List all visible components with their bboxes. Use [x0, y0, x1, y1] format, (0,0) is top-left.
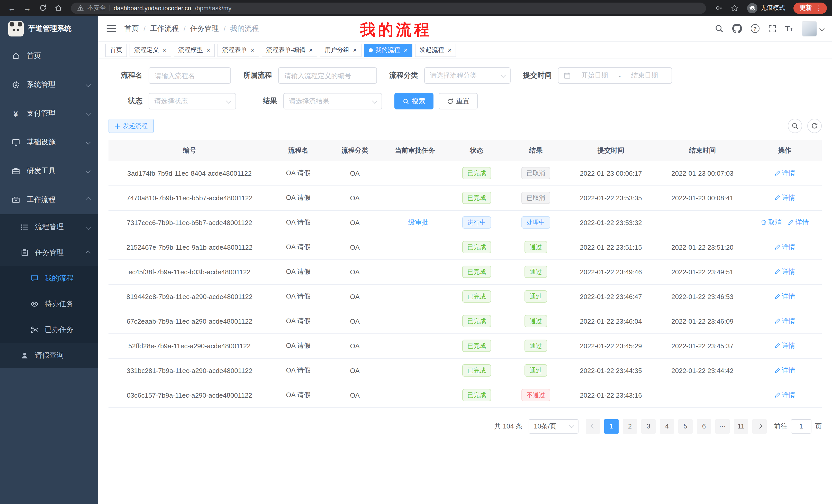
address-bar[interactable]: 不安全 dashboard.yudao.iocoder.cn/bpm/task/… — [71, 2, 706, 13]
page-button-1[interactable]: 1 — [604, 419, 619, 433]
cell-name: OA 请假 — [270, 309, 326, 333]
detail-link[interactable]: 详情 — [788, 218, 809, 227]
page-button-2[interactable]: 2 — [623, 419, 637, 433]
github-icon[interactable] — [732, 24, 742, 33]
col-header-end-time: 结束时间 — [657, 140, 748, 161]
status-select[interactable]: 请选择状态 — [149, 93, 236, 109]
cell-current-task — [384, 235, 446, 259]
detail-link[interactable]: 详情 — [774, 267, 795, 276]
close-icon[interactable]: × — [404, 47, 408, 53]
sidebar-item-infrastructure[interactable]: 基础设施 — [0, 128, 98, 157]
cell-category: OA — [326, 186, 384, 210]
browser-forward-icon[interactable]: → — [21, 1, 34, 15]
cell-category: OA — [326, 383, 384, 408]
detail-link[interactable]: 详情 — [774, 366, 795, 375]
detail-link[interactable]: 详情 — [774, 193, 795, 202]
tab-my-process[interactable]: 我的流程× — [364, 44, 412, 57]
reset-button[interactable]: 重置 — [439, 93, 478, 109]
bookmark-star-icon[interactable] — [728, 1, 741, 15]
avatar — [802, 21, 817, 36]
search-button[interactable]: 搜索 — [394, 93, 434, 109]
table-header: 编号 流程名 流程分类 当前审批任务 状态 结果 提交时间 结束时间 操作 — [108, 140, 822, 161]
sidebar-item-process-mgmt[interactable]: 流程管理 — [0, 214, 98, 240]
tab-process-definition[interactable]: 流程定义× — [130, 44, 171, 57]
page-button-6[interactable]: 6 — [697, 419, 711, 433]
search-icon[interactable] — [714, 24, 723, 33]
page-button-11[interactable]: 11 — [734, 419, 748, 433]
help-icon[interactable]: ? — [751, 24, 759, 33]
sidebar-item-done-tasks[interactable]: 已办任务 — [0, 317, 98, 343]
goto-page-input[interactable] — [791, 419, 811, 433]
detail-link[interactable]: 详情 — [774, 243, 795, 252]
goto-unit: 页 — [815, 422, 822, 431]
current-task-link[interactable]: 一级审批 — [401, 218, 428, 226]
detail-link[interactable]: 详情 — [774, 292, 795, 301]
prev-page-button[interactable] — [586, 419, 600, 433]
sidebar-item-my-process[interactable]: 我的流程 — [0, 265, 98, 291]
tab-home[interactable]: 首页 — [105, 44, 127, 57]
breadcrumb-workflow[interactable]: 工作流程 — [150, 24, 179, 33]
hamburger-icon[interactable] — [106, 25, 116, 32]
detail-link[interactable]: 详情 — [774, 341, 795, 351]
tab-process-form[interactable]: 流程表单× — [217, 44, 259, 57]
sidebar-item-label: 待办任务 — [45, 300, 74, 309]
browser-menu-icon[interactable]: ⋮ — [815, 4, 822, 12]
close-icon[interactable]: × — [206, 47, 210, 53]
breadcrumb-separator: / — [224, 24, 226, 33]
browser-reload-icon[interactable] — [36, 1, 49, 15]
result-badge: 通过 — [524, 315, 547, 327]
page-button-5[interactable]: 5 — [678, 419, 693, 433]
sidebar-item-todo-tasks[interactable]: 待办任务 — [0, 291, 98, 317]
next-page-button[interactable] — [752, 419, 767, 433]
start-process-button[interactable]: 发起流程 — [108, 119, 154, 133]
fullscreen-icon[interactable] — [768, 24, 776, 33]
close-icon[interactable]: × — [448, 47, 451, 53]
toggle-search-button[interactable] — [788, 119, 802, 133]
sidebar-item-task-mgmt[interactable]: 任务管理 — [0, 240, 98, 265]
sidebar-item-workflow[interactable]: 工作流程 — [0, 186, 98, 214]
sidebar-item-system[interactable]: 系统管理 — [0, 71, 98, 99]
process-name-input[interactable] — [149, 67, 231, 84]
page-button-3[interactable]: 3 — [641, 419, 656, 433]
status-badge: 已完成 — [462, 290, 491, 303]
cell-result: 通过 — [507, 309, 565, 333]
tab-process-model[interactable]: 流程模型× — [174, 44, 215, 57]
user-menu[interactable] — [802, 21, 824, 36]
password-key-icon[interactable] — [712, 1, 726, 15]
tab-user-group[interactable]: 用户分组× — [320, 44, 362, 57]
date-range-picker[interactable]: 开始日期 - 结束日期 — [558, 67, 672, 84]
font-size-icon[interactable]: TT — [785, 25, 793, 32]
tab-start-process[interactable]: 发起流程× — [415, 44, 456, 57]
breadcrumb-home[interactable]: 首页 — [125, 24, 139, 33]
page-button-4[interactable]: 4 — [660, 419, 674, 433]
result-select[interactable]: 请选择流结果 — [283, 93, 382, 109]
page-size-select[interactable]: 10条/页 — [529, 419, 578, 433]
refresh-button[interactable] — [807, 119, 822, 133]
browser-home-icon[interactable] — [51, 1, 65, 15]
sidebar-item-devtools[interactable]: 研发工具 — [0, 157, 98, 186]
detail-link[interactable]: 详情 — [774, 169, 795, 178]
breadcrumb-task-mgmt[interactable]: 任务管理 — [190, 24, 219, 33]
result-badge: 不通过 — [521, 389, 550, 401]
cancel-link[interactable]: 取消 — [760, 218, 782, 227]
result-badge: 通过 — [524, 364, 547, 376]
cell-current-task — [384, 284, 446, 309]
category-select[interactable]: 请选择流程分类 — [424, 67, 511, 84]
detail-link[interactable]: 详情 — [774, 390, 795, 400]
more-pages-button[interactable]: ··· — [715, 419, 730, 433]
close-icon[interactable]: × — [353, 47, 357, 53]
tab-process-form-edit[interactable]: 流程表单-编辑× — [262, 44, 317, 57]
close-icon[interactable]: × — [162, 47, 166, 53]
sidebar-item-home[interactable]: 首页 — [0, 41, 98, 71]
filter-label: 所属流程 — [243, 71, 272, 80]
chevron-down-icon — [86, 139, 91, 144]
detail-link[interactable]: 详情 — [774, 316, 795, 326]
browser-back-icon[interactable]: ← — [5, 1, 19, 15]
logo[interactable]: 芋道管理系统 — [0, 16, 98, 41]
sidebar-item-payment[interactable]: ¥ 支付管理 — [0, 99, 98, 128]
close-icon[interactable]: × — [251, 47, 254, 53]
update-button[interactable]: 更新 ⋮ — [794, 2, 827, 13]
process-id-input[interactable] — [278, 67, 377, 84]
close-icon[interactable]: × — [309, 47, 313, 53]
sidebar-item-leave-query[interactable]: 请假查询 — [0, 343, 98, 368]
